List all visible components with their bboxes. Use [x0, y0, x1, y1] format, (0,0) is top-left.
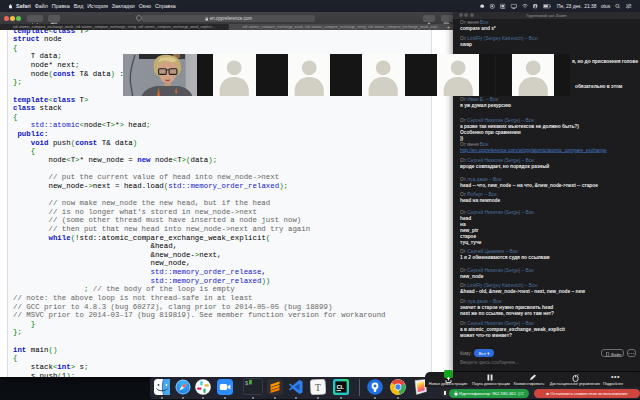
svg-text:CL: CL: [336, 384, 344, 390]
svg-text:T: T: [315, 383, 321, 393]
